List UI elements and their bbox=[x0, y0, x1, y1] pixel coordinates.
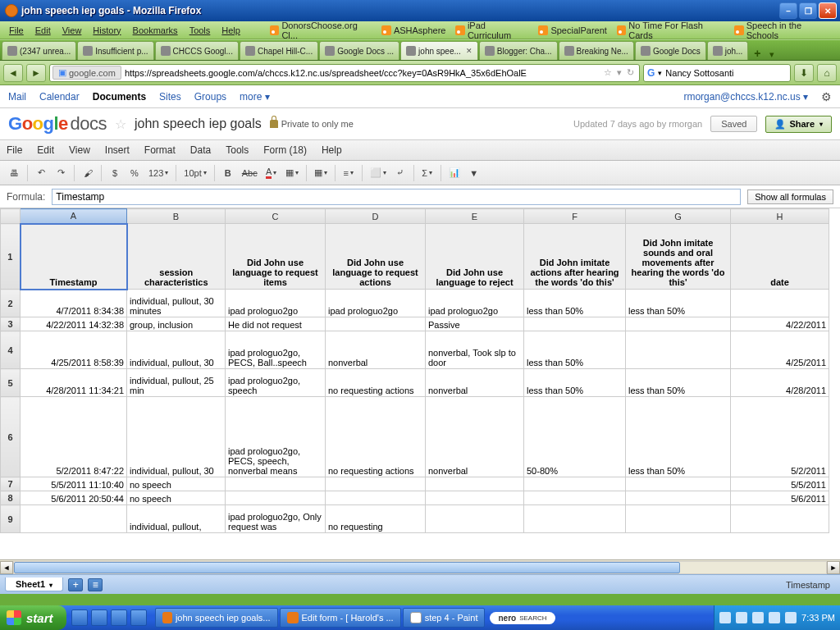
column-header[interactable]: C bbox=[226, 209, 326, 224]
doc-name[interactable]: john speech iep goals bbox=[135, 116, 262, 131]
new-tab-button[interactable]: + bbox=[749, 47, 765, 60]
cell[interactable]: ipad prologuo2go, PECS, speech, nonverba… bbox=[226, 397, 326, 477]
cell[interactable]: individual, pullout, 30 minutes bbox=[127, 290, 226, 317]
show-all-formulas-button[interactable]: Show all formulas bbox=[747, 189, 833, 204]
cell[interactable]: 5/2/2011 8:47:22 bbox=[21, 397, 127, 477]
close-tab-icon[interactable]: ✕ bbox=[466, 47, 472, 55]
back-button[interactable]: ◄ bbox=[3, 64, 23, 82]
doc-menu-item[interactable]: Insert bbox=[105, 144, 130, 156]
doc-menu-item[interactable]: Help bbox=[322, 144, 342, 156]
gear-icon[interactable]: ⚙ bbox=[821, 90, 832, 103]
row-header[interactable]: 4 bbox=[1, 331, 21, 369]
header-cell[interactable]: Timestamp bbox=[21, 224, 127, 290]
tray-icon[interactable] bbox=[736, 612, 747, 623]
browser-tab[interactable]: joh... bbox=[707, 41, 749, 60]
cell[interactable] bbox=[426, 505, 524, 533]
percent-button[interactable]: % bbox=[126, 164, 144, 182]
row-header[interactable]: 8 bbox=[1, 491, 21, 505]
bookmark-item[interactable]: DonorsChoose.org Cl... bbox=[267, 21, 375, 40]
redo-button[interactable]: ↷ bbox=[52, 164, 70, 182]
search-box[interactable]: G ▾ Nancy Sottosanti bbox=[643, 64, 791, 82]
cell[interactable] bbox=[626, 317, 731, 331]
strikethrough-button[interactable]: Abc bbox=[239, 164, 261, 182]
cell[interactable] bbox=[626, 505, 731, 533]
tray-icon[interactable] bbox=[769, 612, 780, 623]
home-button[interactable]: ⌂ bbox=[817, 64, 837, 82]
bold-button[interactable]: B bbox=[219, 164, 237, 182]
cell[interactable]: individual, pullout, 25 min bbox=[127, 369, 226, 397]
doc-menu-item[interactable]: Format bbox=[144, 144, 176, 156]
header-cell[interactable]: Did John imitate actions after hearing t… bbox=[524, 224, 626, 290]
cell[interactable]: group, inclusion bbox=[127, 317, 226, 331]
cell[interactable]: ipad prologuo2go bbox=[226, 290, 326, 317]
browser-tab[interactable]: Google Docs ... bbox=[319, 41, 399, 60]
cell[interactable]: ipad prologuo2go, speech bbox=[226, 369, 326, 397]
column-header[interactable] bbox=[1, 209, 21, 224]
cell[interactable] bbox=[326, 317, 426, 331]
scroll-track[interactable] bbox=[13, 561, 827, 574]
functions-button[interactable]: Σ▾ bbox=[418, 164, 436, 182]
cell[interactable]: individual, pullout, 30 bbox=[127, 397, 226, 477]
header-cell[interactable]: Did John use language to request actions bbox=[326, 224, 426, 290]
cell[interactable] bbox=[326, 491, 426, 505]
bookmark-item[interactable]: No Time For Flash Cards bbox=[614, 21, 728, 40]
star-icon[interactable]: ☆ bbox=[115, 116, 126, 132]
saved-button[interactable]: Saved bbox=[710, 116, 757, 132]
quicklaunch-item[interactable] bbox=[111, 609, 127, 626]
cell[interactable] bbox=[426, 491, 524, 505]
downloads-button[interactable]: ⬇ bbox=[794, 64, 814, 82]
filter-button[interactable]: ▼ bbox=[465, 164, 483, 182]
cell[interactable]: no requesting bbox=[326, 505, 426, 533]
browser-tab[interactable]: Breaking Ne... bbox=[559, 41, 634, 60]
scroll-left-button[interactable]: ◄ bbox=[0, 561, 13, 574]
column-header[interactable]: D bbox=[326, 209, 426, 224]
cell[interactable]: 4/22/2011 14:32:38 bbox=[21, 317, 127, 331]
bookmark-item[interactable]: SpecialParent bbox=[535, 25, 610, 35]
share-button[interactable]: 👤Share▾ bbox=[765, 116, 832, 133]
taskbar-task[interactable]: Edit form - [ Harold's ... bbox=[280, 608, 401, 628]
tray-icon[interactable] bbox=[719, 612, 731, 623]
print-button[interactable]: 🖶 bbox=[5, 164, 23, 182]
merge-button[interactable]: ⬜▾ bbox=[367, 164, 390, 182]
cell[interactable]: 4/7/2011 8:34:38 bbox=[21, 290, 127, 317]
cell[interactable] bbox=[626, 477, 731, 491]
ff-menu-item[interactable]: View bbox=[58, 25, 86, 35]
chart-button[interactable]: 📊 bbox=[445, 164, 463, 182]
cell[interactable] bbox=[731, 290, 829, 317]
ff-menu-item[interactable]: Tools bbox=[185, 25, 215, 35]
row-header[interactable]: 7 bbox=[1, 477, 21, 491]
wrap-button[interactable]: ⤶ bbox=[391, 164, 409, 182]
ff-menu-item[interactable]: Help bbox=[217, 25, 244, 35]
cell[interactable]: 5/2/2011 bbox=[731, 397, 829, 477]
row-header[interactable]: 6 bbox=[1, 397, 21, 477]
cell[interactable]: ipad prologuo2go bbox=[426, 290, 524, 317]
cell[interactable] bbox=[524, 505, 626, 533]
doc-menu-item[interactable]: Form (18) bbox=[263, 144, 307, 156]
minimize-button[interactable]: – bbox=[779, 2, 797, 19]
cell[interactable]: nonverbal, Took slp to door bbox=[426, 331, 524, 369]
cell[interactable]: 4/25/2011 8:58:39 bbox=[21, 331, 127, 369]
header-cell[interactable]: Did John imitate sounds and oral movemen… bbox=[626, 224, 731, 290]
quicklaunch-item[interactable] bbox=[71, 609, 88, 626]
cell[interactable] bbox=[731, 505, 829, 533]
header-cell[interactable]: Did John use language to reject bbox=[426, 224, 524, 290]
add-sheet-button[interactable]: + bbox=[68, 578, 83, 591]
browser-tab[interactable]: john spee...✕ bbox=[400, 41, 478, 60]
cell[interactable] bbox=[626, 491, 731, 505]
fill-color-button[interactable]: ▦▾ bbox=[282, 164, 302, 182]
cell[interactable] bbox=[326, 477, 426, 491]
cell[interactable] bbox=[226, 491, 326, 505]
more-formats-button[interactable]: 123▾ bbox=[145, 164, 171, 182]
cell[interactable]: individual, pullout, 30 bbox=[127, 331, 226, 369]
tab-overflow-button[interactable]: ▾ bbox=[766, 49, 778, 60]
borders-button[interactable]: ▦▾ bbox=[311, 164, 331, 182]
cell[interactable]: less than 50% bbox=[626, 290, 731, 317]
ff-menu-item[interactable]: Edit bbox=[31, 25, 55, 35]
user-email[interactable]: rmorgan@chccs.k12.nc.us ▾ bbox=[683, 91, 808, 103]
browser-tab[interactable]: (2347 unrea... bbox=[2, 41, 76, 60]
formula-input[interactable] bbox=[52, 189, 741, 205]
cell[interactable] bbox=[524, 477, 626, 491]
reload-icon[interactable]: ↻ bbox=[627, 67, 634, 78]
bookmark-item[interactable]: ASHAsphere bbox=[378, 25, 450, 35]
cell[interactable]: less than 50% bbox=[626, 397, 731, 477]
